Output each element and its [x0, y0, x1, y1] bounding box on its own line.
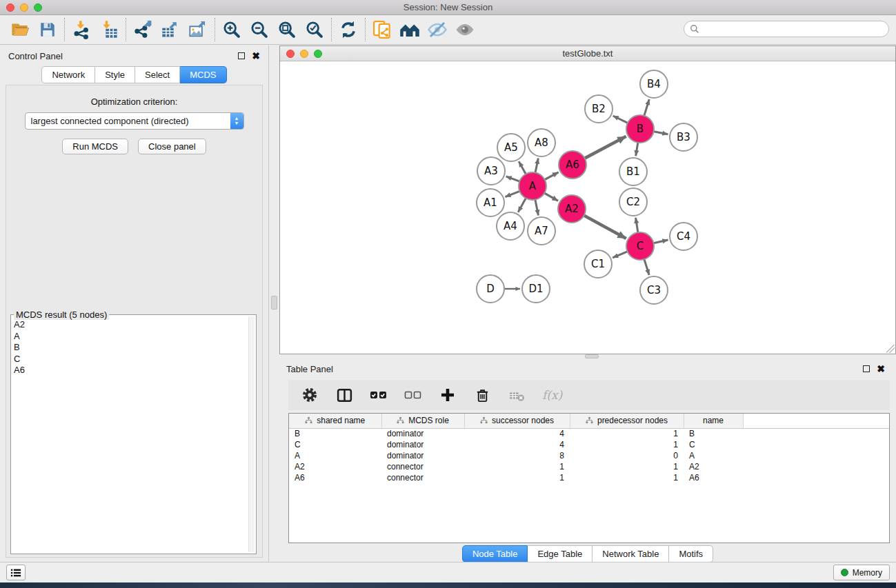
tab-mcds[interactable]: MCDS	[180, 66, 226, 83]
import-network-icon[interactable]	[70, 18, 93, 41]
graph-edge-A6-B[interactable]	[585, 136, 626, 159]
tab-network[interactable]: Network	[41, 66, 95, 83]
graph-edge-C-C4[interactable]	[654, 240, 668, 243]
graph-edge-A-A2[interactable]	[544, 193, 558, 201]
save-session-icon[interactable]	[36, 18, 59, 41]
cell-shared-name[interactable]: A	[289, 450, 381, 461]
graph-edge-B-B1[interactable]	[636, 143, 638, 156]
create-column-icon[interactable]	[439, 386, 457, 404]
result-scrollbar[interactable]	[248, 316, 255, 552]
graph-node-B2[interactable]: B2	[585, 95, 613, 123]
cell-name[interactable]: B	[684, 428, 743, 439]
export-image-icon[interactable]	[186, 18, 210, 41]
new-network-from-selection-icon[interactable]	[370, 18, 394, 41]
graph-node-B3[interactable]: B3	[670, 123, 697, 151]
graph-edge-A-A6[interactable]	[545, 172, 559, 180]
graph-edge-C-C2[interactable]	[636, 218, 638, 233]
open-session-icon[interactable]	[8, 18, 32, 41]
task-history-button[interactable]	[6, 565, 26, 580]
cell-shared-name[interactable]: C	[289, 439, 381, 450]
zoom-selected-icon[interactable]	[303, 18, 326, 41]
cell-MCDS-role[interactable]: dominator	[381, 428, 464, 439]
graph-edge-A-A1[interactable]	[505, 191, 519, 196]
import-table-icon[interactable]	[97, 18, 121, 41]
hide-selected-icon[interactable]	[426, 18, 449, 41]
result-item[interactable]: A	[14, 331, 248, 343]
unselect-all-columns-icon[interactable]	[404, 386, 422, 404]
table-tab-edge-table[interactable]: Edge Table	[528, 545, 593, 562]
result-item[interactable]: A2	[14, 319, 248, 331]
table-row[interactable]: Adominator80A	[289, 450, 889, 461]
column-header-MCDS-role[interactable]: MCDS role	[381, 414, 464, 428]
zoom-out-icon[interactable]	[248, 18, 271, 41]
result-item[interactable]: B	[14, 342, 248, 354]
divider-handle[interactable]	[271, 296, 277, 310]
horizontal-divider-handle[interactable]	[585, 354, 599, 358]
graph-node-A4[interactable]: A4	[497, 212, 524, 240]
table-row[interactable]: Cdominator41C	[289, 439, 889, 450]
graph-node-C1[interactable]: C1	[584, 250, 612, 278]
column-header-predecessor-nodes[interactable]: predecessor nodes	[570, 414, 684, 428]
cell-name[interactable]: A6	[684, 472, 743, 483]
delete-table-icon[interactable]	[508, 386, 526, 404]
export-table-icon[interactable]	[159, 18, 182, 41]
table-float-icon[interactable]	[863, 365, 870, 372]
cell-successor-nodes[interactable]: 1	[464, 472, 570, 483]
graph-node-C2[interactable]: C2	[619, 188, 647, 216]
graph-edge-A-A4[interactable]	[518, 199, 526, 212]
table-settings-gear-icon[interactable]	[301, 386, 319, 404]
cell-MCDS-role[interactable]: connector	[381, 461, 464, 472]
cell-successor-nodes[interactable]: 4	[464, 439, 570, 450]
network-graph[interactable]: B4B2BB3A5A8A6A3B1AC2A1A2A4A7C4CC1DD1C3	[280, 61, 895, 354]
cell-predecessor-nodes[interactable]: 0	[570, 450, 684, 461]
cell-MCDS-role[interactable]: dominator	[381, 439, 464, 450]
graph-edge-B-B2[interactable]	[613, 116, 628, 123]
graph-node-A8[interactable]: A8	[528, 129, 555, 156]
cell-predecessor-nodes[interactable]: 1	[570, 472, 684, 483]
graph-edge-C-C3[interactable]	[644, 259, 649, 275]
column-header-successor-nodes[interactable]: successor nodes	[464, 414, 570, 428]
graph-node-C3[interactable]: C3	[640, 276, 668, 304]
graph-edge-A-A5[interactable]	[519, 161, 526, 174]
graph-node-C[interactable]: C	[626, 232, 654, 260]
table-tab-network-table[interactable]: Network Table	[593, 545, 669, 562]
graph-node-B1[interactable]: B1	[619, 158, 647, 185]
graph-edge-A-A7[interactable]	[535, 200, 539, 216]
table-tab-node-table[interactable]: Node Table	[462, 545, 528, 562]
refresh-view-icon[interactable]	[337, 18, 360, 41]
window-resize-grip[interactable]	[886, 345, 895, 353]
graph-node-A7[interactable]: A7	[528, 217, 555, 245]
graph-node-A2[interactable]: A2	[558, 195, 586, 223]
result-item[interactable]: C	[14, 354, 248, 365]
show-all-icon[interactable]	[453, 18, 477, 41]
memory-button[interactable]: Memory	[833, 565, 890, 580]
show-column-panel-icon[interactable]	[335, 386, 353, 404]
table-row[interactable]: Bdominator41B	[289, 428, 889, 439]
first-neighbors-icon[interactable]	[398, 18, 421, 41]
cell-name[interactable]: A	[684, 450, 743, 461]
cell-successor-nodes[interactable]: 4	[464, 428, 570, 439]
graph-node-B[interactable]: B	[626, 115, 654, 143]
graph-node-C4[interactable]: C4	[670, 223, 697, 250]
graph-edge-A2-C[interactable]	[584, 216, 626, 239]
close-panel-button[interactable]: Close panel	[138, 139, 206, 154]
table-row[interactable]: A2connector11A2	[289, 461, 889, 472]
export-network-icon[interactable]	[131, 18, 155, 41]
zoom-fit-icon[interactable]	[275, 18, 299, 41]
network-canvas[interactable]: B4B2BB3A5A8A6A3B1AC2A1A2A4A7C4CC1DD1C3	[280, 61, 895, 354]
table-row[interactable]: A6connector11A6	[289, 472, 889, 483]
cell-shared-name[interactable]: A2	[289, 461, 381, 472]
cell-shared-name[interactable]: B	[289, 428, 381, 439]
column-header-name[interactable]: name	[684, 414, 743, 428]
graph-node-D1[interactable]: D1	[522, 275, 550, 303]
function-builder-icon[interactable]: f(x)	[542, 388, 562, 402]
close-panel-icon[interactable]: ✖	[252, 52, 260, 59]
cell-name[interactable]: A2	[684, 461, 743, 472]
criterion-dropdown[interactable]: largest connected component (directed) ▲…	[25, 112, 244, 130]
result-item[interactable]: A6	[14, 365, 248, 376]
cell-shared-name[interactable]: A6	[289, 472, 381, 483]
graph-node-A1[interactable]: A1	[477, 189, 504, 216]
graph-edge-B-B3[interactable]	[654, 132, 668, 134]
graph-node-A[interactable]: A	[519, 172, 546, 200]
graph-node-A6[interactable]: A6	[559, 151, 586, 179]
